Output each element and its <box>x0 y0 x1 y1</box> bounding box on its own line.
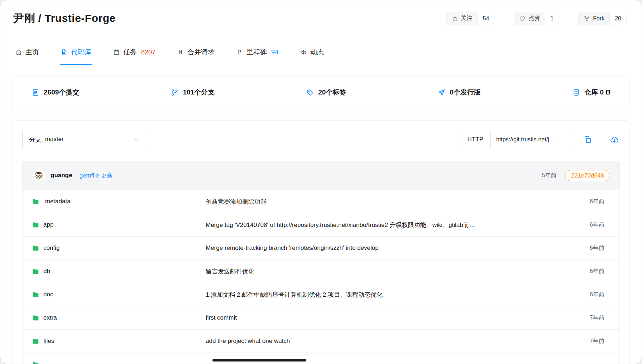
branch-selector[interactable]: 分支: master <box>22 130 146 149</box>
praise-count: 1 <box>545 12 559 25</box>
watch-button[interactable]: 关注 54 <box>446 12 495 25</box>
tab-code[interactable]: 代码库 <box>60 43 92 65</box>
tab-milestones-label: 里程碑 <box>246 48 267 57</box>
file-commit-message[interactable]: 留言发送邮件优化 <box>206 267 563 276</box>
milestones-count-badge: 94 <box>271 49 278 56</box>
tags-icon <box>306 88 314 97</box>
file-name: app <box>43 221 53 228</box>
tab-merge-requests-label: 合并请求 <box>187 48 215 57</box>
latest-commit-row: guange gemfile 更新 5年前 221e70d648 <box>23 161 619 190</box>
stat-branches[interactable]: 101个分支 <box>171 88 215 97</box>
table-row[interactable]: .metadata 创新竞赛添加删除功能 6年前 <box>23 190 619 213</box>
folder-icon <box>32 221 39 228</box>
file-name-link[interactable]: extra <box>32 314 206 321</box>
file-commit-message[interactable]: Merge remote-tracking branch 'remotes/or… <box>206 244 563 252</box>
folder-icon <box>32 361 39 364</box>
table-row[interactable]: config Merge remote-tracking branch 'rem… <box>23 236 619 259</box>
branch-value: master <box>45 136 64 144</box>
praise-label: 点赞 <box>528 15 540 22</box>
repository-browser: 分支: master HTTP https://git.trustie.net/… <box>13 120 629 364</box>
file-commit-time: 7年前 <box>563 338 610 345</box>
tab-activity-label: 动态 <box>310 48 324 57</box>
stat-repo-size[interactable]: 仓库 0 B <box>572 88 610 97</box>
file-commit-time: 6年前 <box>563 221 610 229</box>
file-commit-time: 6年前 <box>563 291 610 299</box>
horizontal-scrollbar-thumb[interactable] <box>212 359 306 361</box>
table-row[interactable]: files add the project what one watch 7年前 <box>23 329 619 353</box>
file-commit-time: 7年前 <box>563 314 610 322</box>
file-name-link[interactable]: config <box>32 244 206 252</box>
watch-count: 54 <box>478 12 494 25</box>
table-row-partial[interactable] <box>23 353 619 364</box>
fork-label: Fork <box>593 15 604 22</box>
tasks-count-badge: 8207 <box>141 49 155 56</box>
stat-releases[interactable]: 0个发行版 <box>437 88 481 97</box>
file-name-link[interactable]: db <box>32 268 206 275</box>
file-name-link[interactable] <box>32 361 206 364</box>
commit-sha-badge[interactable]: 221e70d648 <box>565 170 610 181</box>
folder-icon <box>32 314 39 321</box>
repo-size-icon <box>572 88 580 97</box>
repo-toolbar: 分支: master HTTP https://git.trustie.net/… <box>22 130 620 149</box>
repo-nav: 主页 代码库 任务 8207 合并请求 里程碑 94 <box>0 43 642 65</box>
file-commit-message[interactable]: 创新竞赛添加删除功能 <box>206 198 563 206</box>
table-row[interactable]: doc 1.添加文档 2.邮件中缺陷序号计算机制优化 2.项目、课程动态优化 6… <box>23 283 619 306</box>
repo-stats-bar: 2609个提交 101个分支 20个标签 0个发行版 仓库 0 B <box>13 77 629 108</box>
file-name-link[interactable]: files <box>32 338 206 345</box>
tab-milestones[interactable]: 里程碑 94 <box>236 43 279 65</box>
page-title: 尹刚 / Trustie-Forge <box>13 11 116 26</box>
code-repo-icon <box>61 49 68 56</box>
file-name-link[interactable]: .metadata <box>32 198 206 205</box>
stat-commits[interactable]: 2609个提交 <box>32 88 79 97</box>
file-name: files <box>43 338 54 345</box>
repo-header: 尹刚 / Trustie-Forge 关注 54 点赞 1 <box>0 0 642 26</box>
folder-icon <box>32 338 39 345</box>
avatar[interactable] <box>32 169 45 182</box>
repo-actions: 关注 54 点赞 1 Fork <box>446 12 627 25</box>
file-name-link[interactable]: app <box>32 221 206 228</box>
file-name: extra <box>43 314 57 321</box>
tab-home[interactable]: 主页 <box>15 43 39 65</box>
file-table: guange gemfile 更新 5年前 221e70d648 .metada… <box>22 161 620 364</box>
download-repo-button[interactable] <box>609 134 620 145</box>
fork-icon <box>584 15 590 22</box>
file-name: config <box>43 244 59 252</box>
table-row[interactable]: db 留言发送邮件优化 6年前 <box>23 259 619 283</box>
stat-releases-label: 0个发行版 <box>450 88 481 97</box>
folder-icon <box>32 268 39 275</box>
file-name: db <box>43 268 50 275</box>
folder-icon <box>32 291 39 298</box>
tab-tasks[interactable]: 任务 8207 <box>112 43 156 65</box>
copy-url-button[interactable] <box>582 134 593 145</box>
file-name-link[interactable]: doc <box>32 291 206 298</box>
praise-button[interactable]: 点赞 1 <box>514 12 559 25</box>
chevron-down-icon <box>133 136 139 143</box>
stat-repo-size-label: 仓库 0 B <box>584 88 610 97</box>
commits-icon <box>32 88 40 97</box>
tab-code-label: 代码库 <box>71 48 91 57</box>
tab-activity[interactable]: 动态 <box>300 43 324 65</box>
stat-tags[interactable]: 20个标签 <box>306 88 346 97</box>
task-icon <box>113 49 120 56</box>
stat-commits-label: 2609个提交 <box>44 88 79 97</box>
home-icon <box>15 49 22 56</box>
file-commit-message[interactable]: add the project what one watch <box>206 338 563 345</box>
tab-merge-requests[interactable]: 合并请求 <box>177 43 215 65</box>
file-commit-message[interactable]: first commit <box>206 314 563 321</box>
file-commit-message[interactable]: Merge tag 'V20140708' of http://reposito… <box>206 221 563 229</box>
app-window: 尹刚 / Trustie-Forge 关注 54 点赞 1 <box>0 0 642 364</box>
clone-url-field[interactable]: https://git.trustie.net/j... <box>491 130 574 149</box>
commit-author-link[interactable]: guange <box>51 172 72 179</box>
table-row[interactable]: app Merge tag 'V20140708' of http://repo… <box>23 213 619 236</box>
protocol-http-button[interactable]: HTTP <box>460 130 491 149</box>
toolbar-divider <box>601 135 601 144</box>
table-row[interactable]: extra first commit 7年前 <box>23 306 619 329</box>
folder-icon <box>32 198 39 205</box>
fork-count: 20 <box>609 12 626 25</box>
fork-button[interactable]: Fork 20 <box>578 12 627 25</box>
heart-icon <box>519 15 526 22</box>
commit-message-link[interactable]: gemfile 更新 <box>79 171 113 180</box>
activity-speaker-icon <box>300 49 307 56</box>
commit-time: 5年前 <box>542 172 556 179</box>
file-commit-message[interactable]: 1.添加文档 2.邮件中缺陷序号计算机制优化 2.项目、课程动态优化 <box>206 291 563 299</box>
